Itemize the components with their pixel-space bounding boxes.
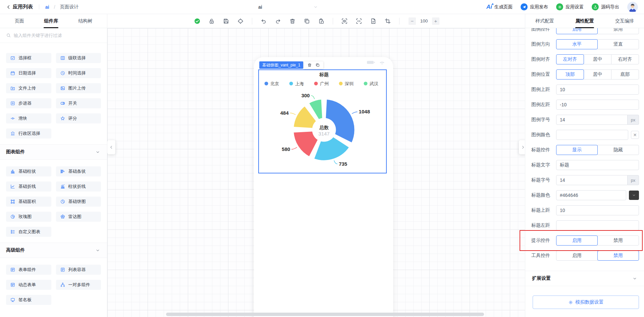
component-item-switch[interactable]: 开关 (56, 98, 101, 108)
inspector-tab-0[interactable]: 样式配置 (535, 14, 554, 28)
segment-option-1[interactable]: 居中 (584, 69, 611, 80)
property-input[interactable] (556, 175, 628, 185)
component-badge[interactable]: 基础饼图_vant_pie_1 (259, 61, 303, 69)
zoom-out-button[interactable]: − (409, 17, 416, 25)
property-input[interactable] (556, 100, 639, 110)
toolbar-focus-target-button[interactable] (236, 17, 245, 25)
component-item-custom-chart[interactable]: 自定义图表 (6, 227, 51, 237)
toolbar-paste-button[interactable] (317, 17, 326, 25)
section-header-1[interactable]: 图表组件 (0, 144, 107, 160)
component-item-signature[interactable]: 签名板 (6, 295, 51, 305)
extension-section-header[interactable]: 扩展设置 (525, 271, 644, 286)
property-input[interactable] (556, 130, 628, 140)
user-avatar[interactable] (627, 2, 638, 12)
toolbar-status-check-button[interactable] (193, 17, 202, 25)
segment-option-0[interactable]: 启用 (556, 251, 598, 261)
inspector-tab-2[interactable]: 交互编排 (615, 14, 634, 28)
segmented-control: 启用禁用 (556, 235, 639, 246)
sidebar-tab-1[interactable]: 组件库 (44, 14, 58, 28)
segment-option-1[interactable]: 禁用 (597, 251, 639, 261)
segment-option-1[interactable]: 禁用 (597, 235, 639, 246)
component-item-list-container[interactable]: 列表容器 (56, 265, 101, 275)
mock-data-settings-button[interactable]: 模拟数据设置 (533, 296, 639, 309)
gear-white-icon (557, 5, 562, 9)
delete-component-button[interactable] (306, 62, 313, 68)
component-item-bar-chart[interactable]: 基础柱状 (6, 166, 51, 176)
color-swatch-button[interactable] (629, 191, 639, 200)
clear-color-button[interactable]: ✕ (631, 131, 639, 139)
component-item-line-chart[interactable]: 基础折线 (6, 181, 51, 192)
component-item-area-chart[interactable]: 基础面积 (6, 197, 51, 207)
property-input[interactable] (556, 160, 639, 170)
action-publish[interactable]: 应用发布 (521, 3, 548, 10)
action-settings[interactable]: 应用设置 (556, 3, 584, 10)
sidebar-tab-2[interactable]: 结构树 (78, 14, 92, 28)
component-item-stepper[interactable]: 步进器 (6, 98, 51, 108)
canvas-body[interactable]: 基础饼图_vant_pie_1 标题北京上海广州深圳武汉104873558048… (107, 28, 525, 317)
segment-option-1[interactable]: 隐藏 (597, 145, 639, 155)
pie-chart-component[interactable]: 标题北京上海广州深圳武汉1048735580484300总数3147 (258, 69, 387, 173)
segment-option-2[interactable]: 底部 (611, 69, 639, 80)
action-generate[interactable]: Ai生成页面 (486, 4, 513, 10)
component-item-district[interactable]: 行政区选择 (6, 128, 51, 139)
inspector-tab-1[interactable]: 属性配置 (575, 14, 594, 28)
segment-option-0[interactable]: 启用 (556, 235, 598, 246)
component-item-form[interactable]: 表单组件 (6, 265, 51, 275)
segment-option-0[interactable]: 水平 (556, 39, 598, 49)
segment-option-1[interactable]: 竖直 (597, 39, 639, 49)
segment-option-0[interactable]: 顶部 (556, 69, 584, 80)
component-item-image-upload[interactable]: 图片上传 (56, 83, 101, 93)
toolbar-doc-check-button[interactable] (369, 17, 378, 25)
action-label: 生成页面 (494, 4, 513, 10)
property-input[interactable] (556, 205, 639, 215)
collapse-left-button[interactable] (107, 140, 115, 154)
toolbar-delete-button[interactable] (288, 17, 297, 25)
toolbar-artboard-button[interactable] (383, 17, 392, 25)
component-item-select-box[interactable]: 选择框 (6, 53, 51, 63)
toolbar-undo-button[interactable] (259, 17, 268, 25)
search-input[interactable] (14, 33, 101, 38)
collapse-right-button[interactable] (519, 140, 525, 154)
component-item-combo-chart[interactable]: 柱状折线 (56, 181, 101, 192)
page-select-dropdown[interactable]: ai (254, 0, 322, 14)
pie-slice-北京[interactable] (325, 98, 356, 144)
component-item-cascade[interactable]: 级联选择 (56, 53, 101, 63)
section-header-2[interactable]: 高级组件 (0, 243, 107, 258)
phone-statusbar (367, 60, 385, 66)
back-button[interactable]: 应用列表 (6, 4, 33, 10)
toolbar-redo-button[interactable] (274, 17, 282, 25)
component-item-star[interactable]: 评分 (56, 113, 101, 123)
segment-option-2[interactable]: 右对齐 (611, 54, 639, 64)
select-box-icon (10, 55, 15, 61)
component-item-radar-chart[interactable]: 雷达图 (56, 212, 101, 222)
horizontal-scrollbar[interactable] (166, 313, 484, 316)
component-item-slider[interactable]: 滑块 (6, 113, 51, 123)
chevron-right-icon (521, 145, 525, 150)
toolbar-save-button[interactable] (222, 17, 230, 25)
component-item-dynamic-form[interactable]: 动态表单 (6, 280, 51, 290)
property-input[interactable] (556, 85, 639, 95)
property-input[interactable] (556, 190, 626, 200)
segment-option-0[interactable]: 显示 (556, 145, 598, 155)
component-item-rose-chart[interactable]: 玫瑰图 (6, 212, 51, 222)
component-item-pie-chart[interactable]: 基础饼图 (56, 197, 101, 207)
action-export[interactable]: 源码导出 (592, 3, 619, 10)
component-item-one-to-many[interactable]: 一对多组件 (56, 280, 101, 290)
component-item-clock[interactable]: 时间选择 (56, 68, 101, 78)
segment-option-1[interactable]: 居中 (584, 54, 611, 64)
toolbar-duplicate-button[interactable] (303, 17, 311, 25)
toolbar-unlock-button[interactable] (207, 17, 216, 25)
toolbar-preview-button[interactable] (340, 17, 349, 25)
toolbar-view-code-button[interactable] (355, 17, 363, 25)
segment-option-0[interactable]: 左对齐 (556, 54, 584, 64)
breadcrumb-app[interactable]: ai (45, 4, 49, 10)
duplicate-component-button[interactable] (314, 62, 321, 68)
back-label: 应用列表 (13, 4, 33, 10)
property-input[interactable] (556, 115, 628, 125)
component-item-calendar[interactable]: 日期选择 (6, 68, 51, 78)
component-item-hbar-chart[interactable]: 基础条状 (56, 166, 101, 176)
zoom-in-button[interactable]: + (432, 17, 439, 25)
component-item-file-upload[interactable]: 文件上传 (6, 83, 51, 93)
sidebar-tab-0[interactable]: 页面 (15, 14, 24, 28)
property-input[interactable] (556, 220, 639, 230)
